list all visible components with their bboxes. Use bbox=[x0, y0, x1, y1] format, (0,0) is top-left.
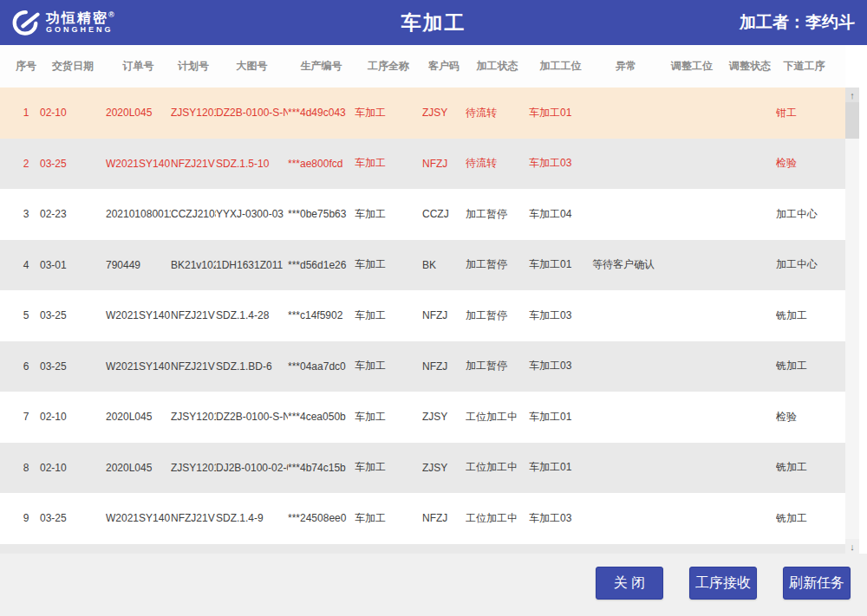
scrollbar-thumb[interactable] bbox=[845, 102, 859, 139]
column-header-5: 大图号 bbox=[216, 59, 288, 74]
cell-seq: 2 bbox=[12, 158, 40, 170]
cell-delivery-date: 02-10 bbox=[40, 107, 106, 119]
cell-process-name: 车加工 bbox=[355, 359, 422, 373]
cell-seq: 1 bbox=[12, 107, 40, 119]
cell-seq: 8 bbox=[12, 462, 40, 474]
cell-delivery-date: 03-25 bbox=[40, 158, 106, 170]
cell-production-no: ***4b74c15b bbox=[288, 462, 355, 474]
cell-delivery-date: 03-25 bbox=[40, 309, 106, 321]
brand-name-en: GONGHENG bbox=[46, 26, 114, 34]
cell-process-name: 车加工 bbox=[355, 410, 422, 425]
cell-seq: 3 bbox=[12, 208, 40, 220]
cell-order-no: 790449 bbox=[106, 259, 171, 271]
top-bar: 功恒精密® GONGHENG 车加工 加工者：李约斗 bbox=[0, 0, 867, 45]
cell-plan-no: ZJSY1201 bbox=[171, 107, 216, 119]
column-header-9: 加工状态 bbox=[466, 59, 529, 74]
vertical-scrollbar[interactable]: ↑ ↓ bbox=[845, 88, 859, 554]
cell-seq: 9 bbox=[12, 512, 40, 524]
cell-customer-code: BK bbox=[422, 259, 466, 271]
cell-order-no: W2021SY140 bbox=[106, 309, 171, 321]
table-header: 序号交货日期订单号计划号大图号生产编号工序全称客户码加工状态加工工位异常调整工位… bbox=[0, 45, 845, 88]
cell-station: 车加工03 bbox=[529, 511, 592, 526]
cell-order-no: 202101080011 bbox=[106, 208, 171, 220]
cell-station: 车加工01 bbox=[529, 257, 592, 272]
cell-next-process: 铣加工 bbox=[776, 359, 832, 373]
cell-seq: 5 bbox=[12, 309, 40, 321]
table-row[interactable]: 702-102020L045ZJSY1201DZ2B-0100-S-N.1***… bbox=[0, 392, 845, 443]
column-header-7: 工序全称 bbox=[355, 59, 422, 74]
table-row[interactable]: 102-102020L045ZJSY1201DZ2B-0100-S-N-***4… bbox=[0, 88, 845, 139]
cell-station: 车加工03 bbox=[529, 156, 592, 171]
column-header-1: 序号 bbox=[12, 59, 40, 74]
scroll-up-button[interactable]: ↑ bbox=[845, 88, 859, 102]
cell-delivery-date: 03-25 bbox=[40, 512, 106, 524]
cell-drawing-no: 1DH1631Z011 bbox=[216, 259, 288, 271]
cell-station: 车加工01 bbox=[529, 460, 592, 475]
cell-production-no: ***24508ee0 bbox=[288, 512, 355, 524]
cell-delivery-date: 03-25 bbox=[40, 360, 106, 373]
cell-drawing-no: SDZ.1.5-10 bbox=[216, 158, 288, 170]
cell-process-name: 车加工 bbox=[355, 106, 422, 120]
table-row[interactable]: 603-25W2021SY140NFZJ21VSDZ.1.BD-6***04aa… bbox=[0, 341, 845, 392]
cell-drawing-no: DZ2B-0100-S-N.1 bbox=[216, 411, 288, 423]
cell-next-process: 加工中心 bbox=[776, 257, 832, 272]
cell-seq: 4 bbox=[12, 259, 40, 271]
column-header-10: 加工工位 bbox=[529, 59, 592, 74]
cell-plan-no: NFZJ21V bbox=[171, 158, 216, 170]
cell-delivery-date: 02-10 bbox=[40, 411, 106, 423]
cell-delivery-date: 02-10 bbox=[40, 462, 106, 474]
cell-next-process: 加工中心 bbox=[776, 207, 832, 222]
refresh-tasks-button[interactable]: 刷新任务 bbox=[783, 567, 851, 600]
cell-plan-no: ZJSY1201 bbox=[171, 462, 216, 474]
column-header-14: 下道工序 bbox=[776, 59, 832, 74]
cell-seq: 6 bbox=[12, 360, 40, 373]
cell-process-status: 加工暂停 bbox=[466, 257, 529, 272]
registered-mark: ® bbox=[108, 10, 114, 19]
company-logo: 功恒精密® GONGHENG bbox=[10, 8, 114, 37]
cell-next-process: 铣加工 bbox=[776, 460, 832, 475]
cell-station: 车加工04 bbox=[529, 207, 592, 222]
cell-customer-code: ZJSY bbox=[422, 411, 466, 423]
table-body: 102-102020L045ZJSY1201DZ2B-0100-S-N-***4… bbox=[0, 88, 845, 554]
cell-seq: 7 bbox=[12, 411, 40, 423]
cell-process-name: 车加工 bbox=[355, 156, 422, 171]
operator-name: 加工者：李约斗 bbox=[740, 11, 855, 34]
cell-process-status: 工位加工中 bbox=[466, 410, 529, 425]
cell-customer-code: NFZJ bbox=[422, 309, 466, 321]
cell-exception: 等待客户确认 bbox=[592, 257, 660, 272]
cell-delivery-date: 03-01 bbox=[40, 259, 106, 271]
footer-bar: 关 闭 工序接收 刷新任务 bbox=[0, 554, 867, 616]
process-accept-button[interactable]: 工序接收 bbox=[689, 567, 757, 600]
cell-drawing-no: DJ2B-0100-02-03 bbox=[216, 462, 288, 474]
cell-production-no: ***04aa7dc0 bbox=[288, 360, 355, 373]
cell-process-status: 待流转 bbox=[466, 156, 529, 171]
table-row[interactable]: 403-01790449BK21v1021DH1631Z011***d56d1e… bbox=[0, 240, 845, 291]
app-window: 功恒精密® GONGHENG 车加工 加工者：李约斗 序号交货日期订单号计划号大… bbox=[0, 0, 867, 616]
cell-production-no: ***ae800fcd bbox=[288, 158, 355, 170]
table-row[interactable]: 302-23202101080011CCZJ2108YYXJ-0300-03**… bbox=[0, 189, 845, 240]
table-row[interactable]: 203-25W2021SY140NFZJ21VSDZ.1.5-10***ae80… bbox=[0, 139, 845, 190]
cell-order-no: 2020L045 bbox=[106, 107, 171, 119]
column-header-6: 生产编号 bbox=[288, 59, 355, 74]
close-button[interactable]: 关 闭 bbox=[596, 567, 663, 600]
column-header-4: 计划号 bbox=[171, 59, 216, 74]
cell-plan-no: BK21v102 bbox=[171, 259, 216, 271]
cell-process-status: 待流转 bbox=[466, 106, 529, 120]
cell-process-status: 工位加工中 bbox=[466, 460, 529, 475]
scroll-down-button[interactable]: ↓ bbox=[845, 539, 859, 554]
table-row[interactable]: 903-25W2021SY140NFZJ21VSDZ.1.4-9***24508… bbox=[0, 493, 845, 544]
cell-next-process: 检验 bbox=[776, 156, 832, 171]
table-row[interactable]: 503-25W2021SY140NFZJ21VSDZ.1.4-28***c14f… bbox=[0, 290, 845, 341]
page-title: 车加工 bbox=[0, 10, 867, 36]
cell-process-status: 加工暂停 bbox=[466, 359, 529, 373]
brand-name-cn: 功恒精密® bbox=[46, 11, 114, 26]
cell-order-no: W2021SY140 bbox=[106, 158, 171, 170]
cell-customer-code: NFZJ bbox=[422, 512, 466, 524]
column-header-8: 客户码 bbox=[422, 59, 466, 74]
cell-order-no: 2020L045 bbox=[106, 411, 171, 423]
cell-plan-no: NFZJ21V bbox=[171, 360, 216, 373]
cell-next-process: 钳工 bbox=[776, 106, 832, 120]
cell-process-status: 工位加工中 bbox=[466, 511, 529, 526]
cell-plan-no: NFZJ21V bbox=[171, 309, 216, 321]
table-row[interactable]: 802-102020L045ZJSY1201DJ2B-0100-02-03***… bbox=[0, 443, 845, 494]
